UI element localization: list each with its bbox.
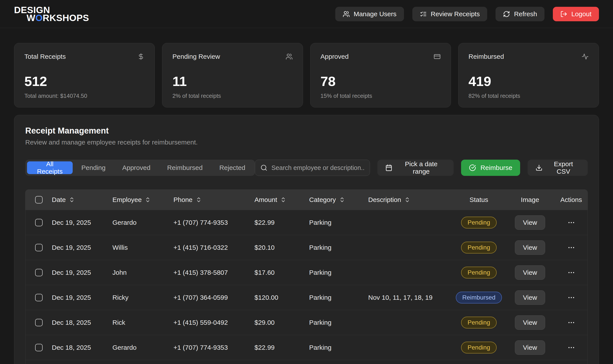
export-csv-button[interactable]: Export CSV <box>528 160 588 176</box>
cell-date: Dec 19, 2025 <box>52 294 112 301</box>
row-checkbox[interactable] <box>35 244 42 251</box>
row-actions-button[interactable] <box>567 344 575 351</box>
cell-category: Parking <box>309 294 368 301</box>
cell-category: Parking <box>309 269 368 276</box>
card-top: Approved <box>320 53 441 60</box>
tab-rejected[interactable]: Rejected <box>211 161 253 174</box>
column-header-date[interactable]: Date <box>52 196 112 204</box>
cell-date: Dec 18, 2025 <box>52 319 112 326</box>
cell-status: Pending <box>452 317 505 328</box>
row-checkbox[interactable] <box>35 344 42 351</box>
reimburse-button[interactable]: Reimburse <box>461 160 520 176</box>
column-label: Image <box>521 196 539 204</box>
column-label: Status <box>469 196 488 204</box>
card-subtitle: 2% of total receipts <box>172 92 293 99</box>
view-button[interactable]: View <box>515 215 545 230</box>
view-button[interactable]: View <box>515 315 545 330</box>
row-actions-button[interactable] <box>567 219 575 226</box>
card-value: 512 <box>24 73 144 89</box>
stat-card-pending-review: Pending Review 11 2% of total receipts <box>162 43 303 107</box>
table-header: DateEmployeePhoneAmountCategoryDescripti… <box>26 190 587 210</box>
status-badge: Reimbursed <box>456 292 502 303</box>
sort-icon <box>280 197 286 203</box>
cell-employee: Gerardo <box>112 219 173 226</box>
cell-actions <box>555 294 587 301</box>
row-checkbox[interactable] <box>35 319 42 326</box>
tab-all-receipts[interactable]: All Receipts <box>27 161 73 174</box>
card-top: Pending Review <box>172 53 293 60</box>
review-receipts-button[interactable]: Review Receipts <box>412 7 487 21</box>
column-header-description[interactable]: Description <box>368 196 452 204</box>
table-row: Dec 19, 2025Ricky+1 (707) 364-0599$120.0… <box>26 285 587 310</box>
tab-reimbursed[interactable]: Reimbursed <box>159 161 210 174</box>
cell-actions <box>555 269 587 276</box>
logout-icon <box>560 11 567 18</box>
card-value: 11 <box>172 73 293 89</box>
cell-phone: +1 (415) 378-5807 <box>173 269 254 276</box>
cell-select <box>26 319 52 326</box>
column-label: Amount <box>254 196 277 204</box>
table-row: Dec 19, 2025John+1 (415) 378-5807$17.60P… <box>26 260 587 285</box>
cell-employee: Ricky <box>112 294 173 301</box>
brand-line2: WORKSHOPS <box>27 14 89 22</box>
cell-phone: +1 (415) 559-0492 <box>173 319 254 326</box>
refresh-label: Refresh <box>514 10 537 18</box>
status-badge: Pending <box>461 267 497 278</box>
ellipsis-icon <box>567 319 575 326</box>
cell-status: Pending <box>452 217 505 229</box>
view-button[interactable]: View <box>515 290 545 305</box>
row-actions-button[interactable] <box>567 294 575 301</box>
column-header-amount[interactable]: Amount <box>254 196 309 204</box>
download-icon <box>535 164 543 171</box>
column-header-status: Status <box>452 196 505 204</box>
sort-icon <box>69 197 75 203</box>
view-button[interactable]: View <box>515 240 545 255</box>
row-actions-button[interactable] <box>567 269 575 276</box>
view-button[interactable]: View <box>515 265 545 280</box>
column-header-employee[interactable]: Employee <box>112 196 173 204</box>
cell-actions <box>555 344 587 351</box>
cell-select <box>26 244 52 251</box>
cell-image: View <box>505 290 555 305</box>
tab-approved[interactable]: Approved <box>114 161 158 174</box>
cell-date: Dec 18, 2025 <box>52 344 112 351</box>
search-box <box>255 160 370 176</box>
search-input[interactable] <box>271 160 364 176</box>
row-checkbox[interactable] <box>35 269 42 276</box>
tab-pending[interactable]: Pending <box>73 161 113 174</box>
column-header-category[interactable]: Category <box>309 196 368 204</box>
ellipsis-icon <box>567 219 575 226</box>
card-title: Total Receipts <box>24 53 66 60</box>
refresh-button[interactable]: Refresh <box>496 7 544 21</box>
table-row: Dec 18, 2025Gerardo+1 (707) 774-9353$22.… <box>26 335 587 360</box>
row-checkbox[interactable] <box>35 294 42 301</box>
row-actions-button[interactable] <box>567 244 575 251</box>
table-row: Dec 18, 2025Rick+1 (415) 559-0492$29.00P… <box>26 310 587 335</box>
sort-icon <box>145 197 151 203</box>
cell-description: Nov 10, 11, 17, 18, 19 <box>368 294 452 301</box>
select-all-checkbox[interactable] <box>35 196 42 204</box>
cell-phone: +1 (707) 774-9353 <box>173 219 254 226</box>
date-range-button[interactable]: Pick a date range <box>377 160 454 176</box>
column-label: Description <box>368 196 401 204</box>
cell-status: Reimbursed <box>452 292 505 303</box>
row-checkbox[interactable] <box>35 219 42 226</box>
column-label: Actions <box>560 196 582 204</box>
column-header-phone[interactable]: Phone <box>173 196 254 204</box>
users-icon <box>343 11 350 18</box>
column-label: Category <box>309 196 336 204</box>
manage-users-button[interactable]: Manage Users <box>335 7 404 21</box>
cell-category: Parking <box>309 244 368 251</box>
logout-button[interactable]: Logout <box>553 7 599 21</box>
card-top: Total Receipts <box>24 53 144 60</box>
view-button[interactable]: View <box>515 340 545 355</box>
row-actions-button[interactable] <box>567 319 575 326</box>
card-value: 78 <box>320 73 441 89</box>
stat-card-total-receipts: Total Receipts 512 Total amount: $14074.… <box>14 43 155 107</box>
manage-users-label: Manage Users <box>354 10 397 18</box>
status-badge: Pending <box>461 217 497 229</box>
cell-actions <box>555 219 587 226</box>
reimburse-label: Reimburse <box>480 164 512 171</box>
calendar-icon <box>385 164 392 171</box>
top-bar: DESIGN WORKSHOPS Manage Users Review Rec… <box>0 0 613 28</box>
